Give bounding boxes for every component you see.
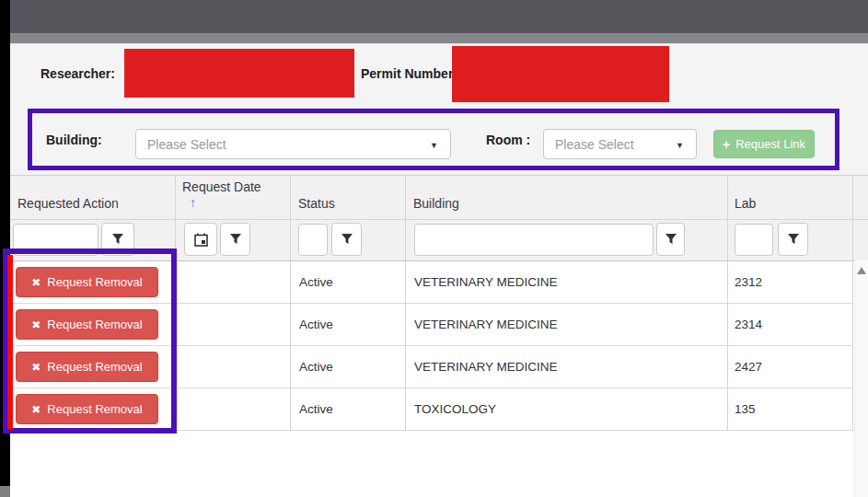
permit-number-redaction-box: [452, 46, 669, 102]
status-cell: Active: [299, 318, 333, 331]
filter-input-lab[interactable]: [735, 224, 773, 256]
column-divider: [405, 175, 406, 431]
permit-number-label: Permit Number:: [361, 66, 457, 81]
sort-ascending-icon: ↑: [190, 195, 196, 210]
plus-icon: +: [723, 137, 730, 152]
building-select[interactable]: Please Select ▼: [135, 129, 451, 159]
funnel-icon: [665, 233, 677, 246]
request-link-label: Request Link: [735, 137, 805, 151]
filter-funnel-button-request-date[interactable]: [220, 223, 250, 256]
room-select-value: Please Select: [555, 137, 634, 152]
lab-cell: 2427: [735, 360, 762, 374]
filter-funnel-button-status[interactable]: [331, 223, 362, 256]
status-cell: Active: [299, 402, 333, 416]
filter-input-building[interactable]: [414, 224, 654, 256]
vertical-scrollbar[interactable]: [854, 260, 868, 497]
status-cell: Active: [299, 360, 333, 374]
column-divider: [852, 175, 853, 431]
building-cell: VETERINARY MEDICINE: [414, 275, 558, 289]
funnel-icon: [341, 233, 353, 246]
navbar-shadow-strip: [9, 33, 868, 43]
room-select[interactable]: Please Select ▼: [543, 129, 697, 159]
building-select-value: Please Select: [147, 137, 226, 152]
header-filter-divider: [10, 219, 868, 220]
filter-funnel-button-building[interactable]: [656, 223, 685, 256]
column-divider: [290, 175, 291, 431]
building-label: Building:: [46, 133, 102, 147]
lab-cell: 135: [735, 402, 756, 416]
date-picker-button[interactable]: [184, 223, 217, 256]
filter-input-status[interactable]: [298, 224, 328, 256]
column-header-lab[interactable]: Lab: [735, 196, 756, 211]
lab-cell: 2314: [735, 318, 762, 331]
researcher-redaction-box: [124, 49, 354, 98]
top-navbar: [9, 0, 868, 33]
room-label: Room :: [486, 133, 530, 147]
funnel-icon: [229, 233, 242, 246]
chevron-down-icon: ▼: [676, 141, 684, 150]
building-cell: TOXICOLOGY: [414, 402, 496, 416]
column-divider: [727, 175, 728, 431]
researcher-label: Researcher:: [41, 66, 115, 81]
funnel-icon: [787, 233, 800, 246]
request-link-button[interactable]: + Request Link: [713, 130, 815, 158]
chevron-down-icon: ▼: [430, 141, 438, 150]
building-cell: VETERINARY MEDICINE: [414, 360, 558, 374]
lab-cell: 2312: [735, 275, 762, 289]
annotation-box-removal-buttons: [3, 248, 177, 433]
status-cell: Active: [299, 275, 333, 289]
scroll-up-arrow-icon[interactable]: [857, 267, 866, 274]
building-cell: VETERINARY MEDICINE: [414, 318, 558, 331]
annotation-red-line: [7, 255, 13, 429]
funnel-icon: [111, 233, 124, 246]
filter-funnel-button-lab[interactable]: [778, 223, 808, 256]
column-header-request-date[interactable]: Request Date: [182, 179, 261, 194]
calendar-icon: [194, 233, 208, 247]
column-header-requested-action[interactable]: Requested Action: [17, 196, 119, 211]
column-header-status[interactable]: Status: [298, 196, 335, 211]
left-edge-gray-strip: [0, 486, 10, 497]
column-header-building[interactable]: Building: [413, 196, 459, 211]
